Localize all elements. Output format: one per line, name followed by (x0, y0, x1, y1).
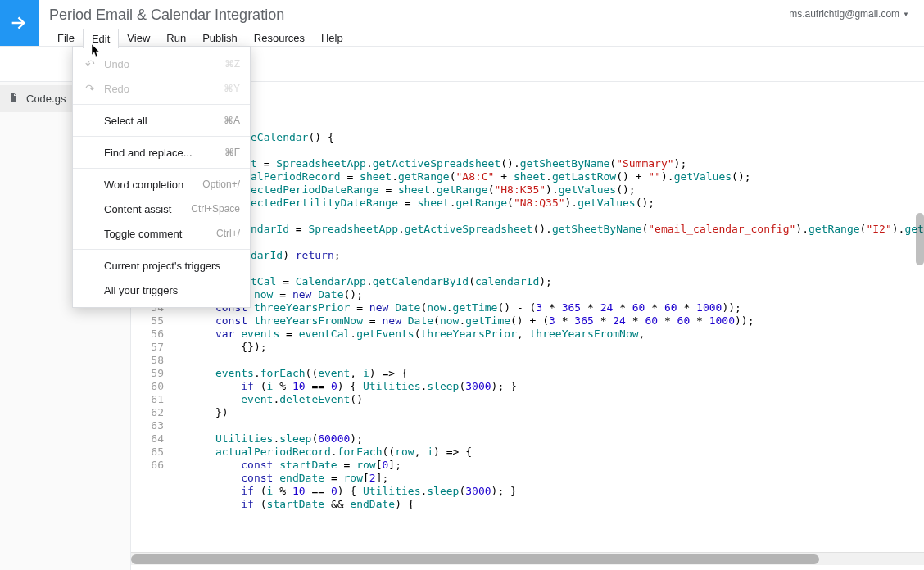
menu-item-toggle-comment[interactable]: Toggle comment Ctrl+/ (73, 221, 250, 246)
menu-item-word-completion[interactable]: Word completion Option+/ (73, 172, 250, 197)
undo-icon: ↶ (83, 57, 97, 70)
project-title[interactable]: Period Email & Calendar Integration (49, 7, 789, 24)
menu-edit[interactable]: Edit (83, 29, 119, 48)
sidebar-file-label: Code.gs (26, 93, 66, 105)
menu-item-select-all[interactable]: Select all ⌘A (73, 108, 250, 133)
horizontal-scrollbar-track[interactable] (131, 552, 924, 565)
menu-item-content-assist[interactable]: Content assist Ctrl+Space (73, 197, 250, 221)
title-block: Period Email & Calendar Integration File… (39, 0, 789, 48)
horizontal-scrollbar-thumb[interactable] (131, 554, 819, 564)
menu-item-current-triggers[interactable]: Current project's triggers (73, 253, 250, 278)
menu-item-all-triggers[interactable]: All your triggers (73, 278, 250, 302)
menu-item-undo[interactable]: ↶ Undo ⌘Z (73, 52, 250, 76)
header-row: Period Email & Calendar Integration File… (0, 0, 924, 46)
account-menu[interactable]: ms.aufrichtig@gmail.com ▼ (789, 0, 924, 20)
arrow-right-icon (8, 11, 31, 34)
file-icon (8, 92, 20, 106)
menu-item-find-replace[interactable]: Find and replace... ⌘F (73, 140, 250, 165)
chevron-down-icon: ▼ (903, 11, 909, 18)
app-logo[interactable] (0, 0, 39, 46)
code-body[interactable]: eCalendar() {t = SpreadsheetApp.getActiv… (170, 82, 924, 552)
redo-icon: ↷ (83, 82, 97, 95)
vertical-scrollbar[interactable] (916, 213, 924, 265)
account-email: ms.aufrichtig@gmail.com (789, 8, 899, 20)
edit-dropdown-menu: ↶ Undo ⌘Z ↷ Redo ⌘Y Select all ⌘A Find a… (72, 46, 251, 308)
menu-item-redo[interactable]: ↷ Redo ⌘Y (73, 76, 250, 101)
